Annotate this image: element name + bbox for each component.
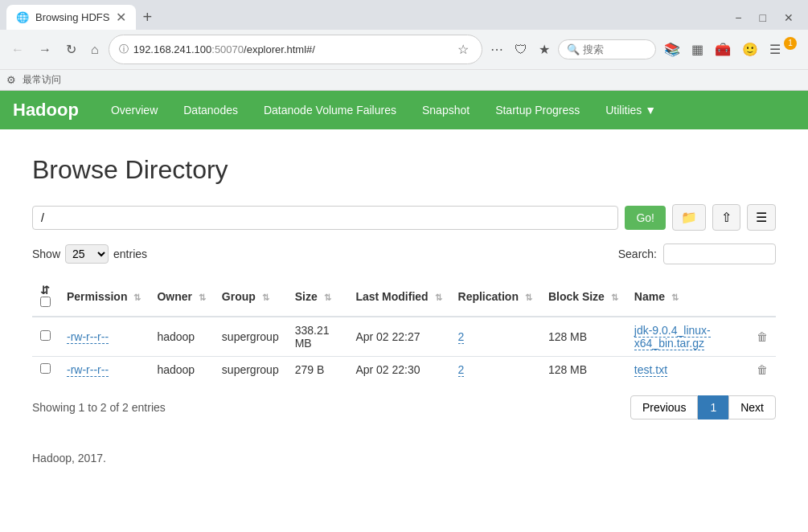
page-1-button[interactable]: 1 bbox=[698, 395, 728, 419]
smiley-icon[interactable]: 🙂 bbox=[739, 39, 761, 60]
info-icon: ⓘ bbox=[119, 43, 129, 56]
th-actions bbox=[749, 277, 776, 317]
url-display: 192.168.241.100:50070/explorer.html#/ bbox=[133, 43, 315, 55]
nav-item-datanodes[interactable]: Datanodes bbox=[170, 92, 251, 128]
bookmarks-bar: ⚙ 最常访问 bbox=[0, 69, 808, 90]
row1-name-link[interactable]: jdk-9.0.4_linux-x64_bin.tar.gz bbox=[634, 324, 711, 350]
bookmarks-label: 最常访问 bbox=[23, 73, 61, 87]
shield-icon[interactable]: 🛡 bbox=[511, 39, 531, 60]
table-row: -rw-r--r-- hadoop supergroup 338.21 MB A… bbox=[32, 317, 776, 357]
bookmarks-icon[interactable]: 📚 bbox=[661, 39, 683, 60]
nav-item-overview[interactable]: Overview bbox=[98, 92, 170, 128]
entries-select[interactable]: 10 25 50 100 bbox=[65, 244, 109, 264]
pagination-row: Showing 1 to 2 of 2 entries Previous 1 N… bbox=[32, 395, 776, 419]
row2-delete-cell: 🗑 bbox=[749, 357, 776, 383]
th-select-all: ⇵ bbox=[32, 277, 59, 317]
next-button[interactable]: Next bbox=[728, 395, 776, 419]
row1-last-modified: Apr 02 22:27 bbox=[347, 317, 449, 357]
window-controls: − □ ✕ bbox=[727, 8, 802, 27]
th-replication[interactable]: Replication ⇅ bbox=[450, 277, 540, 317]
th-group[interactable]: Group ⇅ bbox=[214, 277, 287, 317]
address-bar[interactable]: ⓘ 192.168.241.100:50070/explorer.html#/ … bbox=[109, 35, 482, 64]
row2-block-size: 128 MB bbox=[540, 357, 626, 383]
th-owner[interactable]: Owner ⇅ bbox=[149, 277, 213, 317]
notification-badge: 1 bbox=[784, 37, 797, 50]
forward-button[interactable]: → bbox=[34, 39, 56, 60]
star-icon[interactable]: ★ bbox=[535, 39, 553, 60]
table-search-input[interactable] bbox=[663, 243, 776, 264]
path-row: Go! 📁 ⇧ ☰ bbox=[32, 204, 776, 231]
sort-owner-icon: ⇅ bbox=[199, 293, 206, 302]
nav-item-startup-progress[interactable]: Startup Progress bbox=[482, 92, 593, 128]
tabs-icon[interactable]: ▦ bbox=[688, 39, 707, 60]
go-button[interactable]: Go! bbox=[625, 206, 666, 230]
active-tab[interactable]: 🌐 Browsing HDFS ✕ bbox=[6, 5, 136, 30]
minimize-button[interactable]: − bbox=[727, 8, 749, 27]
back-button[interactable]: ← bbox=[6, 39, 29, 60]
data-table: ⇵ Permission ⇅ Owner ⇅ Group ⇅ Size ⇅ bbox=[32, 277, 776, 383]
search-input[interactable] bbox=[583, 43, 647, 55]
th-last-modified[interactable]: Last Modified ⇅ bbox=[347, 277, 449, 317]
maximize-button[interactable]: □ bbox=[752, 8, 774, 27]
more-options-button[interactable]: ⋯ bbox=[487, 39, 507, 60]
th-size-label: Size bbox=[295, 290, 318, 303]
upload-icon-button[interactable]: ⇧ bbox=[712, 204, 740, 231]
nav-item-utilities[interactable]: Utilities ▼ bbox=[593, 92, 669, 128]
sort-all-icon: ⇵ bbox=[40, 284, 50, 297]
new-tab-button[interactable]: + bbox=[142, 8, 152, 27]
page-title: Browse Directory bbox=[32, 155, 776, 185]
tab-title: Browsing HDFS bbox=[35, 11, 109, 23]
show-entries-left: Show 10 25 50 100 entries bbox=[32, 244, 147, 264]
row1-delete-button[interactable]: 🗑 bbox=[757, 330, 768, 343]
previous-button[interactable]: Previous bbox=[630, 395, 698, 419]
sort-name-icon: ⇅ bbox=[671, 293, 679, 302]
tab-close-button[interactable]: ✕ bbox=[116, 10, 126, 25]
table-row: -rw-r--r-- hadoop supergroup 279 B Apr 0… bbox=[32, 357, 776, 383]
sort-group-icon: ⇅ bbox=[262, 293, 269, 302]
nav-item-datanode-volume-failures[interactable]: Datanode Volume Failures bbox=[251, 92, 409, 128]
row1-checkbox[interactable] bbox=[40, 330, 51, 341]
row1-replication: 2 bbox=[450, 317, 540, 357]
sort-replication-icon: ⇅ bbox=[525, 293, 532, 302]
browser-search-bar[interactable]: 🔍 bbox=[558, 39, 656, 59]
search-label: Search: bbox=[618, 248, 657, 260]
row1-permission: -rw-r--r-- bbox=[59, 317, 149, 357]
row2-size: 279 B bbox=[287, 357, 348, 383]
row2-name-link[interactable]: test.txt bbox=[634, 363, 667, 377]
th-name-label: Name bbox=[634, 290, 665, 303]
close-button[interactable]: ✕ bbox=[776, 8, 802, 27]
row1-permission-link[interactable]: -rw-r--r-- bbox=[67, 330, 109, 344]
nav-item-snapshot[interactable]: Snapshot bbox=[409, 92, 482, 128]
path-input[interactable] bbox=[32, 206, 618, 230]
footer-text: Hadoop, 2017. bbox=[32, 452, 106, 464]
list-icon-button[interactable]: ☰ bbox=[747, 204, 776, 231]
bookmark-star-icon[interactable]: ☆ bbox=[454, 39, 472, 60]
extensions-icon[interactable]: 🧰 bbox=[712, 39, 734, 60]
th-block-size[interactable]: Block Size ⇅ bbox=[540, 277, 626, 317]
row2-permission: -rw-r--r-- bbox=[59, 357, 149, 383]
menu-icon[interactable]: ☰ bbox=[766, 39, 784, 60]
row1-replication-link[interactable]: 2 bbox=[458, 330, 465, 344]
row2-checkbox-cell bbox=[32, 357, 59, 383]
row1-size: 338.21 MB bbox=[287, 317, 348, 357]
row2-permission-link[interactable]: -rw-r--r-- bbox=[67, 363, 109, 377]
folder-icon-button[interactable]: 📁 bbox=[672, 204, 706, 231]
pagination-buttons: Previous 1 Next bbox=[630, 395, 776, 419]
th-name[interactable]: Name ⇅ bbox=[626, 277, 749, 317]
sort-last-modified-icon: ⇅ bbox=[435, 293, 442, 302]
th-permission[interactable]: Permission ⇅ bbox=[59, 277, 149, 317]
notification-area: 1 bbox=[789, 43, 802, 56]
row1-block-size: 128 MB bbox=[540, 317, 626, 357]
browser-toolbar: ← → ↻ ⌂ ⓘ 192.168.241.100:50070/explorer… bbox=[0, 30, 808, 69]
row2-delete-button[interactable]: 🗑 bbox=[757, 363, 768, 376]
th-size[interactable]: Size ⇅ bbox=[287, 277, 348, 317]
select-all-checkbox[interactable] bbox=[40, 297, 51, 307]
reload-button[interactable]: ↻ bbox=[61, 39, 81, 60]
row2-name: test.txt bbox=[626, 357, 749, 383]
row2-replication-link[interactable]: 2 bbox=[458, 363, 465, 377]
row2-replication: 2 bbox=[450, 357, 540, 383]
th-group-label: Group bbox=[222, 290, 256, 303]
home-button[interactable]: ⌂ bbox=[86, 39, 104, 60]
browser-chrome: 🌐 Browsing HDFS ✕ + − □ ✕ ← → ↻ ⌂ ⓘ 192.… bbox=[0, 0, 808, 91]
row2-checkbox[interactable] bbox=[40, 363, 51, 374]
